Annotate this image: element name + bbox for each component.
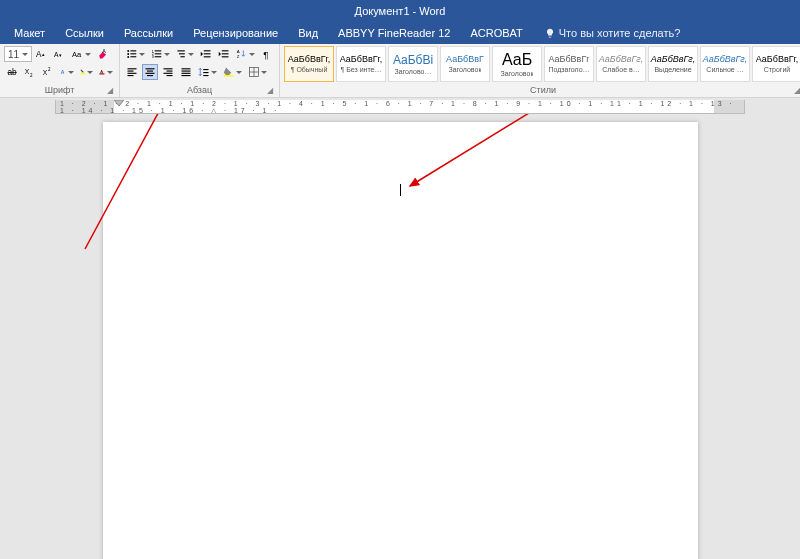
ruler-ticks: 1 · 2 · 1 · 2 · 1 · 1 · 1 · 2 · 1 · 3 · … [60,100,734,114]
svg-text:ab: ab [8,68,18,77]
styles-group-label: Стили ◢ [284,84,800,97]
eraser-icon: A [97,48,109,60]
style-item-6[interactable]: АаБбВвГг,Слабое в… [596,46,646,82]
svg-rect-33 [222,50,229,51]
bullets-button[interactable] [124,46,147,62]
svg-rect-27 [177,50,184,51]
align-center-icon [144,66,156,78]
svg-rect-35 [222,56,229,57]
strikethrough-button[interactable]: ab [4,64,20,80]
superscript-button[interactable]: X2 [40,64,56,80]
font-color-button[interactable]: A [97,64,115,80]
tell-me-placeholder: Что вы хотите сделать? [559,27,681,39]
styles-dialog-launcher[interactable]: ◢ [792,86,800,96]
align-left-button[interactable] [124,64,140,80]
line-spacing-button[interactable] [196,64,219,80]
text-effects-button[interactable]: A [58,64,76,80]
svg-rect-24 [154,53,161,54]
lightbulb-icon [545,28,555,38]
highlight-button[interactable] [78,64,96,80]
svg-rect-32 [204,56,211,57]
svg-rect-14 [100,73,105,74]
style-item-2[interactable]: АаБбВіЗаголово… [388,46,438,82]
paragraph-dialog-launcher[interactable]: ◢ [265,86,275,96]
svg-text:¶: ¶ [263,49,268,60]
outdent-icon [200,48,212,60]
style-item-0[interactable]: АаБбВвГг,¶ Обычный [284,46,334,82]
shading-button[interactable] [221,64,244,80]
tab-references[interactable]: Ссылки [55,22,114,44]
style-name: Подзаголо… [548,66,589,73]
svg-rect-44 [147,71,153,72]
align-right-button[interactable] [160,64,176,80]
grow-font-button[interactable]: A▴ [34,46,50,62]
tell-me-search[interactable]: Что вы хотите сделать? [533,27,681,39]
svg-text:A: A [54,51,59,58]
svg-rect-20 [130,56,136,57]
svg-text:Z: Z [237,54,240,59]
style-name: Строгий [764,66,790,73]
tab-mailings[interactable]: Рассылки [114,22,183,44]
style-sample: АаБбВвГг, [651,55,695,64]
svg-rect-16 [130,50,136,51]
decrease-indent-button[interactable] [198,46,214,62]
svg-rect-29 [180,56,184,57]
font-size-combo[interactable]: 11 [4,46,32,62]
svg-text:A: A [237,49,240,54]
borders-button[interactable] [246,64,269,80]
tab-acrobat[interactable]: ACROBAT [460,22,532,44]
svg-rect-18 [130,53,136,54]
style-sample: АаБбВвГг [548,55,589,64]
svg-text:A: A [36,50,42,59]
svg-rect-26 [154,56,161,57]
text-cursor [400,184,401,196]
tab-view[interactable]: Вид [288,22,328,44]
tab-review[interactable]: Рецензирование [183,22,288,44]
style-item-9[interactable]: АаБбВвГг,Строгий [752,46,800,82]
svg-point-17 [127,53,129,55]
shrink-font-button[interactable]: A▾ [52,46,68,62]
document-page[interactable] [103,122,698,559]
multilevel-list-button[interactable] [174,46,197,62]
style-item-1[interactable]: АаБбВвГг,¶ Без инте… [336,46,386,82]
highlight-icon [80,66,87,78]
svg-text:2: 2 [30,73,33,78]
strikethrough-icon: ab [6,66,18,78]
tab-abbyy[interactable]: ABBYY FineReader 12 [328,22,460,44]
show-marks-button[interactable]: ¶ [259,46,275,62]
align-center-button[interactable] [142,64,158,80]
increase-indent-button[interactable] [216,46,232,62]
style-sample: АаБбВвГг, [340,55,383,64]
tab-layout[interactable]: Макет [4,22,55,44]
style-item-7[interactable]: АаБбВвГг,Выделение [648,46,698,82]
style-sample: АаБбВвГг, [703,55,747,64]
numbering-button[interactable]: 123 [149,46,172,62]
numbering-icon: 123 [151,48,163,60]
group-font: 11 A▴ A▾ Aa A ab X2 X2 A A Шрифт ◢ [0,44,120,97]
style-item-3[interactable]: АаБбВвГЗаголовок [440,46,490,82]
svg-rect-39 [128,68,137,69]
sort-button[interactable]: AZ [234,46,257,62]
horizontal-ruler[interactable]: 1 · 2 · 1 · 2 · 1 · 1 · 1 · 2 · 1 · 3 · … [55,100,745,114]
font-dialog-launcher[interactable]: ◢ [105,86,115,96]
svg-rect-54 [182,75,191,76]
clear-formatting-button[interactable]: A [95,46,111,62]
svg-text:A: A [101,69,104,74]
svg-rect-52 [182,71,191,72]
style-item-5[interactable]: АаБбВвГгПодзаголо… [544,46,594,82]
style-item-8[interactable]: АаБбВвГг,Сильное … [700,46,750,82]
svg-rect-50 [167,75,173,76]
subscript-button[interactable]: X2 [22,64,38,80]
sort-icon: AZ [236,48,248,60]
text-effects-icon: A [60,66,67,78]
align-justify-button[interactable] [178,64,194,80]
style-name: Слабое в… [602,66,640,73]
style-item-4[interactable]: АаБЗаголовок [492,46,542,82]
svg-rect-49 [164,73,173,74]
svg-rect-46 [147,75,153,76]
style-name: Заголовок [501,70,534,77]
svg-text:X: X [43,69,48,76]
styles-gallery[interactable]: АаБбВвГг,¶ ОбычныйАаБбВвГг,¶ Без инте…Аа… [284,46,800,82]
superscript-icon: X2 [42,66,54,78]
change-case-button[interactable]: Aa [70,46,93,62]
